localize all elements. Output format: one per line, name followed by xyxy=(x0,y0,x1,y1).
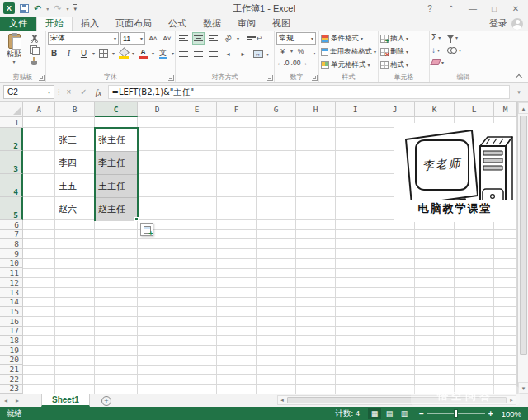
italic-button[interactable]: I xyxy=(63,47,75,59)
cancel-entry-icon[interactable]: × xyxy=(64,87,75,97)
vertical-scroll-thumb[interactable] xyxy=(520,116,527,355)
column-header-D[interactable]: D xyxy=(138,102,177,117)
undo-button[interactable]: ↶ xyxy=(34,4,41,13)
scroll-up-icon[interactable]: ▴ xyxy=(518,102,528,114)
decrease-indent-button[interactable]: ◂ xyxy=(222,48,234,60)
tab-insert[interactable]: 插入 xyxy=(73,17,107,31)
scroll-right-icon[interactable]: ▸ xyxy=(507,397,516,403)
row-header-9[interactable]: 9 xyxy=(0,249,23,259)
delete-cells-button[interactable]: 删除▾ xyxy=(380,45,427,59)
tab-data[interactable]: 数据 xyxy=(195,17,229,31)
underline-button[interactable]: U xyxy=(78,47,90,59)
zoom-level[interactable]: 100% xyxy=(502,409,521,418)
expand-formula-bar-icon[interactable]: ▾ xyxy=(513,89,525,96)
clipboard-dialog-launcher-icon[interactable] xyxy=(39,75,45,81)
row-header-7[interactable]: 7 xyxy=(0,230,23,240)
customize-qat-icon[interactable]: ▾ xyxy=(73,4,77,12)
orientation-dropdown-icon[interactable]: ▾ xyxy=(237,36,239,41)
number-format-combo[interactable]: 常规 ▾ xyxy=(276,32,316,45)
decrease-decimal-button[interactable]: .00→ xyxy=(291,58,308,68)
row-header-5[interactable]: 5 xyxy=(0,197,23,220)
select-all-corner[interactable] xyxy=(0,102,23,117)
row-header-8[interactable]: 8 xyxy=(0,239,23,249)
increase-font-size-button[interactable]: A˄ xyxy=(147,32,159,45)
zoom-slider-thumb[interactable] xyxy=(454,409,458,418)
column-header-E[interactable]: E xyxy=(177,102,217,117)
tab-review[interactable]: 审阅 xyxy=(229,17,264,31)
paste-dropdown-icon[interactable]: ▾ xyxy=(12,59,15,64)
font-color-dropdown-icon[interactable]: ▾ xyxy=(152,51,154,56)
help-button[interactable]: ? xyxy=(419,0,441,17)
find-select-button[interactable]: ▾ xyxy=(447,45,461,55)
column-header-I[interactable]: I xyxy=(336,102,375,117)
column-header-K[interactable]: K xyxy=(415,102,455,117)
column-header-G[interactable]: G xyxy=(257,102,296,117)
column-header-F[interactable]: F xyxy=(217,102,257,117)
minimize-button[interactable]: — xyxy=(462,0,483,17)
row-header-6[interactable]: 6 xyxy=(0,220,23,230)
increase-decimal-button[interactable]: ←.0 xyxy=(276,58,290,68)
save-icon[interactable] xyxy=(20,4,29,13)
row-header-15[interactable]: 15 xyxy=(0,307,23,317)
paste-button[interactable]: 粘贴 ▾ xyxy=(2,32,26,64)
row-header-4[interactable]: 4 xyxy=(0,174,23,197)
format-as-table-button[interactable]: 套用表格格式▾ xyxy=(321,45,376,59)
tab-file[interactable]: 文件 xyxy=(0,17,36,31)
redo-dropdown-icon[interactable]: ▾ xyxy=(66,6,68,12)
cell-styles-button[interactable]: 单元格样式▾ xyxy=(321,59,376,72)
merge-center-button[interactable]: ↔ xyxy=(252,48,264,60)
merge-dropdown-icon[interactable]: ▾ xyxy=(266,52,269,57)
clear-button[interactable]: ▾ xyxy=(431,57,444,68)
column-header-J[interactable]: J xyxy=(375,102,415,117)
row-header-21[interactable]: 21 xyxy=(0,365,23,375)
name-box-dropdown-icon[interactable]: ▾ xyxy=(48,90,50,95)
row-header-23[interactable]: 23 xyxy=(0,385,23,394)
cell-C2[interactable]: 张主任 xyxy=(95,128,138,151)
autosum-button[interactable]: Σ▾ xyxy=(431,32,444,43)
normal-view-icon[interactable]: ▦ xyxy=(368,408,381,419)
row-header-10[interactable]: 10 xyxy=(0,259,23,269)
column-header-A[interactable]: A xyxy=(23,102,55,117)
tab-home[interactable]: 开始 xyxy=(36,17,73,31)
column-header-M[interactable]: M xyxy=(494,102,517,117)
zoom-slider[interactable] xyxy=(427,413,485,414)
increase-indent-button[interactable]: ▸ xyxy=(237,48,249,60)
row-header-22[interactable]: 22 xyxy=(0,375,23,385)
middle-align-button[interactable] xyxy=(192,32,205,45)
cell-C3[interactable]: 李主任 xyxy=(95,151,138,174)
column-header-C[interactable]: C xyxy=(95,102,138,117)
scroll-left-icon[interactable]: ◂ xyxy=(278,397,286,403)
row-header-14[interactable]: 14 xyxy=(0,298,23,308)
font-dialog-launcher-icon[interactable] xyxy=(168,75,174,81)
column-header-L[interactable]: L xyxy=(455,102,494,117)
format-cells-button[interactable]: 格式▾ xyxy=(380,59,427,72)
phonetic-dropdown-icon[interactable]: ▾ xyxy=(172,51,174,56)
new-sheet-button[interactable]: + xyxy=(101,396,111,406)
accounting-format-button[interactable]: ¥ xyxy=(276,46,289,56)
phonetic-guide-button[interactable]: 文 xyxy=(157,47,169,59)
number-dialog-launcher-icon[interactable] xyxy=(312,75,318,81)
align-center-button[interactable] xyxy=(192,48,205,60)
font-size-combo[interactable]: 11 ▾ xyxy=(120,32,145,45)
row-header-19[interactable]: 19 xyxy=(0,346,23,356)
insert-function-icon[interactable]: fx xyxy=(93,87,105,97)
cell-B4[interactable]: 王五 xyxy=(55,174,95,197)
horizontal-scrollbar[interactable]: ◂ ▸ xyxy=(277,395,516,405)
bottom-align-button[interactable] xyxy=(207,32,219,45)
cell-C4[interactable]: 王主任 xyxy=(95,174,138,197)
row-header-2[interactable]: 2 xyxy=(0,128,23,151)
column-header-B[interactable]: B xyxy=(55,102,95,117)
borders-button[interactable] xyxy=(97,47,110,59)
row-header-12[interactable]: 12 xyxy=(0,278,23,288)
fill-button[interactable]: ↓▾ xyxy=(431,45,444,55)
page-layout-view-icon[interactable]: ▤ xyxy=(383,408,396,419)
tab-formulas[interactable]: 公式 xyxy=(160,17,195,31)
row-header-13[interactable]: 13 xyxy=(0,288,23,298)
sign-in[interactable]: 登录 xyxy=(489,17,523,30)
wrap-text-button[interactable]: ↩ xyxy=(247,32,262,45)
format-painter-icon[interactable] xyxy=(30,57,38,66)
maximize-button[interactable]: □ xyxy=(483,0,505,17)
orientation-button[interactable]: ab xyxy=(222,32,234,45)
tab-page-layout[interactable]: 页面布局 xyxy=(107,17,160,31)
prev-sheet-icon[interactable]: ◂ xyxy=(0,397,12,404)
